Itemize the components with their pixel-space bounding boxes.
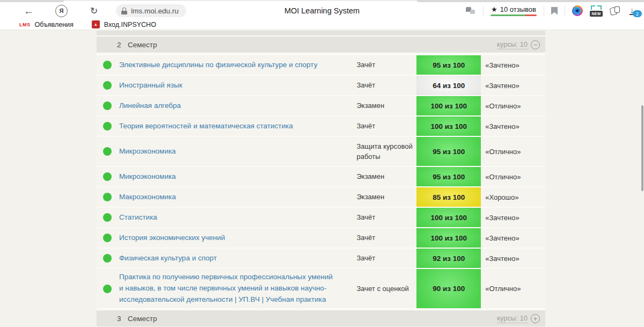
- course-row: Микроэкономика Экзамен 95 из 100 «Отличн…: [97, 167, 545, 186]
- status-dot-icon: [103, 122, 112, 130]
- course-link[interactable]: Статистика: [119, 212, 157, 223]
- course-link[interactable]: Практика по получению первичных професси…: [119, 272, 333, 306]
- screenshot-new-icon[interactable]: NEW: [590, 5, 603, 17]
- rating-bar: [491, 14, 537, 16]
- course-link[interactable]: Физическая культура и спорт: [119, 253, 217, 264]
- status-cell: [103, 117, 119, 136]
- status-dot-icon: [103, 213, 112, 222]
- status-cell: [103, 187, 119, 207]
- assessment-type: Зачет с оценкой: [356, 269, 415, 308]
- semester-2-header: 2 Семестр курсы: 10 −: [97, 37, 545, 53]
- course-row: История экономических учений Зачёт 100 и…: [97, 228, 545, 248]
- course-row: Элективные дисциплины по физической куль…: [97, 55, 545, 75]
- semester-title: Семестр: [128, 41, 157, 49]
- toolbar-right-icons: ★ 10 отзывов NEW ↓ 2: [466, 2, 640, 19]
- divider: [483, 6, 484, 16]
- bookmark-item-inpsycho[interactable]: ▲ Вход.INPSYCHO: [92, 20, 156, 28]
- status-dot-icon: [103, 101, 112, 110]
- status-dot-icon: [103, 81, 112, 90]
- grade-text: «Зачтено»: [485, 76, 545, 95]
- course-link[interactable]: Линейная алгебра: [119, 100, 181, 112]
- yandex-logo-icon[interactable]: Я: [55, 5, 68, 17]
- refresh-icon[interactable]: ↻: [90, 6, 98, 16]
- score-badge: 92 из 100: [416, 249, 481, 268]
- course-link[interactable]: Теория вероятностей и математическая ста…: [119, 121, 293, 132]
- status-cell: [103, 228, 119, 248]
- new-badge: NEW: [590, 11, 603, 17]
- grade-text: «Отлично»: [485, 269, 545, 308]
- status-cell: [103, 96, 119, 115]
- status-cell: [103, 76, 119, 95]
- assessment-type: Защита курсовой работы: [356, 137, 415, 166]
- course-row: Физическая культура и спорт Зачёт 92 из …: [97, 249, 545, 268]
- status-cell: [103, 208, 119, 227]
- lms-favicon: LMS: [19, 22, 31, 27]
- grade-text: «Зачтено»: [485, 208, 545, 227]
- course-link[interactable]: История экономических учений: [119, 232, 225, 244]
- status-dot-icon: [103, 147, 112, 156]
- bookmark-label[interactable]: Вход.INPSYCHO: [104, 21, 156, 28]
- page-content: 2 Семестр курсы: 10 − Элективные дисципл…: [0, 31, 644, 327]
- assessment-type: Зачёт: [356, 55, 415, 75]
- download-count-badge: 2: [633, 10, 642, 17]
- grade-text: «Отлично»: [485, 167, 545, 186]
- divider: [544, 6, 544, 16]
- status-dot-icon: [103, 254, 112, 263]
- score-badge: 100 из 100: [416, 117, 481, 136]
- semester-number: 3: [117, 315, 128, 323]
- status-dot-icon: [103, 193, 112, 201]
- assessment-type: Экзамен: [356, 167, 415, 186]
- collections-icon[interactable]: [610, 6, 621, 16]
- bookmark-flag-icon[interactable]: [551, 7, 558, 15]
- status-cell: [103, 137, 119, 166]
- status-dot-icon: [103, 172, 112, 181]
- grade-text: «Зачтено»: [485, 249, 545, 268]
- score-badge: 100 из 100: [416, 228, 481, 248]
- previous-section-header-partial: [97, 31, 545, 35]
- assessment-type: Зачёт: [356, 76, 415, 95]
- page-title: MOI Learning System: [284, 2, 360, 19]
- course-link[interactable]: Микроэкономика: [119, 146, 176, 157]
- course-row: Статистика Зачёт 100 из 100 «Зачтено»: [97, 208, 545, 227]
- score-badge: 100 из 100: [416, 208, 481, 227]
- courses-count-link[interactable]: курсы: 10: [497, 40, 528, 49]
- semester-3-header: 3 Семестр курсы: 10 +: [97, 310, 545, 326]
- score-badge: 64 из 100: [416, 76, 481, 95]
- semester-number: 2: [117, 41, 128, 49]
- assessment-type: Зачёт: [356, 249, 415, 268]
- course-link[interactable]: Макроэкономика: [119, 192, 176, 203]
- course-link[interactable]: Микроэкономика: [119, 171, 176, 183]
- course-rows: Элективные дисциплины по физической куль…: [97, 55, 545, 308]
- grade-text: «Зачтено»: [485, 55, 545, 75]
- expand-icon[interactable]: +: [531, 314, 540, 323]
- bookmark-label[interactable]: Объявления: [35, 21, 74, 28]
- status-cell: [103, 269, 119, 308]
- assessment-type: Зачёт: [356, 208, 415, 227]
- back-icon[interactable]: ←: [24, 6, 34, 16]
- scrollbar-thumb[interactable]: [641, 105, 643, 191]
- grade-text: «Отлично»: [485, 96, 545, 115]
- grade-text: «Зачтено»: [485, 228, 545, 248]
- score-badge: 95 из 100: [416, 167, 481, 186]
- status-cell: [103, 167, 119, 186]
- course-row: Макроэкономика Экзамен 85 из 100 «Хорошо…: [97, 187, 545, 207]
- lock-icon: [121, 8, 127, 14]
- address-bar[interactable]: lms.moi.edu.ru: [116, 4, 186, 17]
- protect-pins-icon[interactable]: [466, 7, 476, 15]
- bookmark-item-announcements[interactable]: LMS Объявления: [19, 21, 74, 28]
- reviews-widget[interactable]: ★ 10 отзывов: [491, 5, 537, 16]
- download-icon[interactable]: ↓ 2: [628, 5, 640, 17]
- reviews-label[interactable]: 10 отзывов: [500, 5, 536, 13]
- url-text[interactable]: lms.moi.edu.ru: [131, 7, 179, 15]
- extension-color-icon[interactable]: [572, 5, 583, 16]
- course-link[interactable]: Иностранный язык: [119, 80, 182, 91]
- score-badge: 95 из 100: [416, 137, 481, 166]
- collapse-icon[interactable]: −: [531, 40, 540, 49]
- course-row: Линейная алгебра Экзамен 100 из 100 «Отл…: [97, 96, 545, 115]
- browser-window: ← Я ↻ lms.moi.edu.ru MOI Learning System…: [0, 0, 644, 327]
- screenshot-brackets-icon: [591, 5, 602, 10]
- star-icon: ★: [491, 5, 497, 13]
- courses-count-link[interactable]: курсы: 10: [497, 314, 528, 323]
- assessment-type: Экзамен: [356, 96, 415, 115]
- course-link[interactable]: Элективные дисциплины по физической куль…: [119, 60, 317, 71]
